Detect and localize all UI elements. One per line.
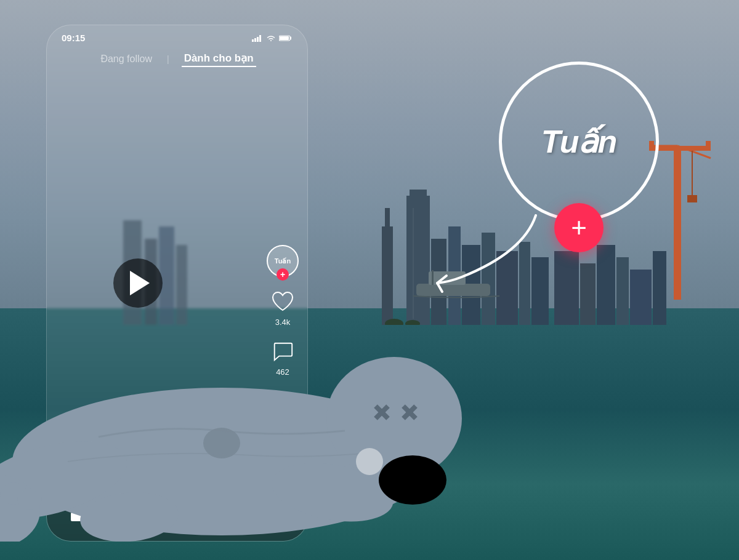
svg-rect-18 [597, 245, 615, 325]
svg-rect-44 [674, 146, 681, 300]
svg-rect-17 [580, 263, 596, 325]
tab-for-you[interactable]: Dành cho bạn [182, 50, 256, 67]
tab-following[interactable]: Đang follow [98, 52, 155, 66]
svg-rect-57 [280, 36, 289, 40]
svg-rect-19 [616, 257, 629, 325]
svg-rect-52 [252, 39, 254, 42]
annotation-arrow [425, 203, 560, 302]
battery-icon [279, 34, 293, 42]
status-bar: 09:15 [47, 25, 307, 48]
signal-icon [252, 34, 263, 42]
annotation-plus-button: + [554, 203, 604, 252]
kaws-figure [0, 197, 480, 542]
svg-rect-53 [254, 38, 256, 42]
svg-rect-47 [706, 141, 711, 151]
annotation-circle-text: Tuấn [541, 123, 616, 160]
svg-point-40 [356, 448, 383, 475]
svg-point-37 [379, 455, 446, 505]
wifi-icon [266, 34, 276, 42]
svg-rect-51 [687, 195, 697, 202]
svg-point-35 [17, 490, 42, 510]
nav-tabs: Đang follow | Dành cho bạn [47, 48, 307, 74]
svg-rect-54 [257, 37, 259, 42]
svg-rect-55 [259, 35, 261, 42]
annotation-plus-icon: + [571, 214, 587, 241]
status-time: 09:15 [62, 33, 85, 43]
annotation-circle: Tuấn [499, 62, 659, 222]
tab-divider: | [167, 54, 169, 64]
status-icons [252, 34, 293, 42]
